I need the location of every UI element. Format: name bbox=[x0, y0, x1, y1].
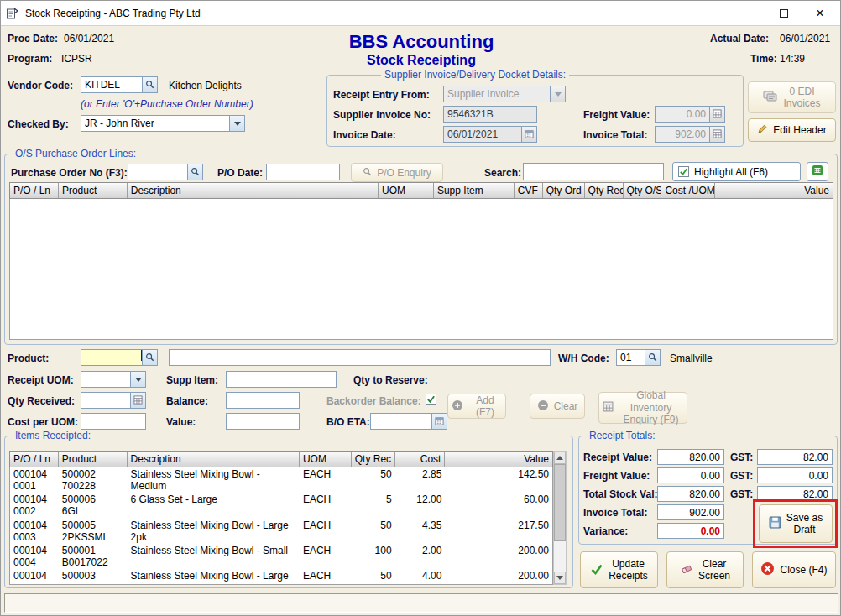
receipt-gst-input[interactable]: 82.00 bbox=[757, 449, 833, 465]
po-col-uom[interactable]: UOM bbox=[379, 183, 434, 198]
receipt-uom-dropdown-button[interactable] bbox=[130, 372, 145, 387]
wh-lookup-button[interactable] bbox=[645, 350, 660, 365]
close-window-button[interactable]: × bbox=[805, 2, 835, 25]
invoice-total-calculator-button[interactable] bbox=[709, 127, 724, 142]
wh-code-label: W/H Code: bbox=[558, 352, 609, 364]
po-col-qtyrec[interactable]: Qty Rec bbox=[585, 183, 624, 198]
receipt-uom-value bbox=[81, 372, 130, 387]
po-col-qtyord[interactable]: Qty Ord bbox=[543, 183, 585, 198]
wh-code-input[interactable]: 01 bbox=[616, 349, 661, 366]
po-col-suppitem[interactable]: Supp Item bbox=[434, 183, 515, 198]
variance-input[interactable]: 0.00 bbox=[657, 523, 724, 539]
table-row[interactable]: 000104 0004 500001 B0017022 Stainless St… bbox=[10, 544, 552, 569]
po-col-poln[interactable]: P/O / Ln bbox=[10, 183, 59, 198]
value-input[interactable] bbox=[226, 413, 300, 430]
close-screen-label: Close (F4) bbox=[780, 564, 827, 576]
table-row[interactable]: 000104 0001 500002 700228 Stainless Stee… bbox=[10, 467, 552, 493]
po-no-value bbox=[128, 164, 187, 180]
checked-by-select[interactable]: JR - John River bbox=[81, 115, 245, 132]
supp-item-input[interactable] bbox=[226, 371, 337, 388]
receipt-entry-from-dropdown-button[interactable] bbox=[550, 86, 565, 102]
product-code-input[interactable] bbox=[81, 349, 158, 366]
balance-input[interactable] bbox=[226, 392, 300, 409]
items-scrollbar[interactable] bbox=[553, 451, 567, 585]
stock-receipting-window: Stock Receipting - ABC Trading Pty Ltd ×… bbox=[0, 0, 841, 616]
freight-total-input[interactable]: 0.00 bbox=[657, 467, 724, 483]
minimize-button[interactable] bbox=[733, 2, 763, 25]
receipt-uom-select[interactable] bbox=[81, 371, 146, 388]
scroll-up-button[interactable] bbox=[554, 452, 566, 464]
clear-button[interactable]: Clear bbox=[530, 394, 585, 419]
search-value bbox=[524, 164, 663, 180]
table-row[interactable]: 000104 500003 Stainless Steel Mixing Bow… bbox=[10, 569, 552, 585]
bo-eta-input[interactable] bbox=[370, 413, 447, 430]
invoice-date-calendar-button[interactable] bbox=[521, 127, 536, 142]
table-row[interactable]: 000104 0003 500005 2PKSSML Stainless Ste… bbox=[10, 519, 552, 544]
cost-per-uom-input[interactable] bbox=[81, 413, 146, 430]
highlight-all-checkbox[interactable]: Highlight All (F6) bbox=[672, 162, 801, 181]
po-table-body[interactable] bbox=[9, 199, 833, 340]
po-date-input[interactable] bbox=[266, 164, 340, 180]
global-inventory-enquiry-button[interactable]: Global Inventory Enquiry (F9) bbox=[598, 392, 687, 424]
plus-circle-icon bbox=[452, 399, 463, 414]
cell-product: 500005 2PKSSML bbox=[59, 519, 128, 544]
items-col-description[interactable]: Description bbox=[128, 452, 300, 467]
checked-by-dropdown-button[interactable] bbox=[229, 116, 244, 131]
maximize-button[interactable] bbox=[769, 2, 799, 25]
close-screen-button[interactable]: Close (F4) bbox=[752, 551, 836, 588]
items-col-poln[interactable]: P/O / Ln bbox=[10, 452, 59, 467]
po-col-qtyos[interactable]: Qty O/S bbox=[624, 183, 662, 198]
search-input[interactable] bbox=[523, 163, 664, 180]
vendor-lookup-button[interactable] bbox=[142, 77, 157, 92]
invoice-date-input[interactable]: 06/01/2021 bbox=[443, 126, 537, 143]
total-stock-val-input[interactable]: 820.00 bbox=[657, 486, 724, 502]
items-col-qtyrec[interactable]: Qty Rec bbox=[352, 452, 395, 467]
cell-description: 6 Glass Set - Large bbox=[128, 493, 300, 506]
scroll-down-button[interactable] bbox=[554, 572, 566, 584]
total-stock-val: 820.00 bbox=[658, 487, 723, 501]
po-no-input[interactable] bbox=[128, 164, 203, 180]
maximize-icon bbox=[780, 9, 788, 18]
scrollbar-thumb[interactable] bbox=[554, 464, 566, 541]
balance-label: Balance: bbox=[166, 395, 208, 407]
edi-invoices-button[interactable]: 0 EDI Invoices bbox=[748, 81, 836, 113]
search-icon bbox=[145, 79, 154, 91]
export-grid-button[interactable] bbox=[807, 162, 828, 181]
freight-gst-input[interactable]: 0.00 bbox=[757, 467, 833, 483]
update-receipts-button[interactable]: Update Receipts bbox=[580, 551, 658, 588]
po-col-cvf[interactable]: CVF bbox=[515, 183, 543, 198]
po-lookup-button[interactable] bbox=[187, 164, 202, 180]
invoice-total-input[interactable]: 902.00 bbox=[655, 126, 725, 143]
save-as-draft-button[interactable]: Save as Draft bbox=[759, 504, 833, 543]
totals-invoice-total-input[interactable]: 902.00 bbox=[657, 504, 724, 520]
table-row[interactable]: 000104 0002 500006 6GL 6 Glass Set - Lar… bbox=[10, 493, 552, 518]
total-stock-gst-input[interactable]: 82.00 bbox=[757, 486, 833, 502]
po-col-costuom[interactable]: Cost /UOM bbox=[661, 183, 715, 198]
receipt-entry-from-select[interactable]: Supplier Invoice bbox=[443, 86, 566, 102]
freight-value-input[interactable]: 0.00 bbox=[655, 106, 725, 123]
items-table-body[interactable]: 000104 0001 500002 700228 Stainless Stee… bbox=[9, 467, 553, 585]
cell-qtyrec: 50 bbox=[352, 519, 395, 532]
po-enquiry-button[interactable]: P/O Enquiry bbox=[351, 163, 443, 182]
edit-header-button[interactable]: Edit Header bbox=[748, 118, 836, 142]
clear-screen-button[interactable]: Clear Screen bbox=[666, 551, 744, 588]
po-col-value[interactable]: Value bbox=[715, 183, 833, 198]
product-lookup-button[interactable] bbox=[142, 350, 157, 365]
freight-calculator-button[interactable] bbox=[709, 107, 724, 122]
items-col-cost[interactable]: Cost bbox=[395, 452, 446, 467]
qty-received-input[interactable] bbox=[81, 392, 146, 409]
add-button[interactable]: Add (F7) bbox=[447, 394, 506, 419]
vendor-code-input[interactable]: KITDEL bbox=[81, 76, 158, 93]
supplier-invoice-no-input[interactable]: 9546321B bbox=[443, 106, 537, 123]
receipt-value-input[interactable]: 820.00 bbox=[657, 449, 724, 465]
po-col-product[interactable]: Product bbox=[59, 183, 128, 198]
backorder-balance-checkbox[interactable] bbox=[426, 394, 436, 405]
cell-cost: 4.00 bbox=[395, 569, 446, 582]
po-col-description[interactable]: Description bbox=[128, 183, 379, 198]
items-col-value[interactable]: Value bbox=[445, 452, 552, 467]
items-col-product[interactable]: Product bbox=[59, 452, 128, 467]
qty-received-calculator-button[interactable] bbox=[130, 393, 145, 408]
bo-eta-calendar-button[interactable] bbox=[431, 414, 447, 429]
items-col-uom[interactable]: UOM bbox=[300, 452, 352, 467]
product-description-input[interactable] bbox=[169, 349, 551, 366]
